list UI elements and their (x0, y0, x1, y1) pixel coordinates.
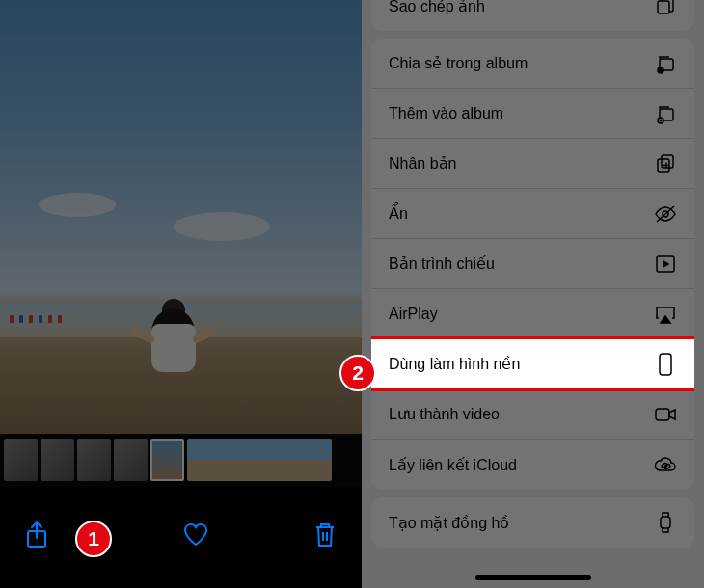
menu-item-create-watch-face[interactable]: Tạo mặt đồng hồ (371, 497, 694, 548)
slideshow-icon (654, 253, 677, 276)
menu-item-save-video[interactable]: Lưu thành video (371, 389, 694, 440)
menu-item-duplicate[interactable]: Nhân bản (371, 139, 694, 189)
share-sheet-panel: Sao chép ảnh Chia sẻ trong album Thêm và… (362, 0, 704, 588)
main-photo[interactable] (0, 0, 362, 434)
menu-item-copy-photo[interactable]: Sao chép ảnh (371, 0, 694, 31)
menu-item-label: Lấy liên kết iCloud (389, 456, 517, 474)
thumbnail[interactable] (77, 439, 111, 481)
menu-group: Chia sẻ trong album Thêm vào album Nhân … (371, 39, 694, 490)
menu-group: Tạo mặt đồng hồ (371, 497, 694, 548)
menu-item-label: Thêm vào album (389, 105, 503, 122)
menu-item-label: Sao chép ảnh (389, 0, 485, 15)
thumbnail[interactable] (114, 439, 148, 481)
menu-item-add-album[interactable]: Thêm vào album (371, 89, 694, 139)
album-add-icon (654, 102, 677, 125)
video-icon (654, 403, 677, 426)
menu-item-airplay[interactable]: AirPlay (371, 289, 694, 339)
menu-item-use-as-wallpaper[interactable]: Dùng làm hình nền (371, 339, 694, 389)
airplay-icon (654, 303, 677, 326)
watch-icon (654, 511, 677, 534)
share-icon[interactable] (23, 521, 50, 548)
menu-item-slideshow[interactable]: Bản trình chiếu (371, 239, 694, 289)
svg-rect-12 (660, 354, 671, 375)
menu-item-label: Tạo mặt đồng hồ (389, 514, 509, 532)
svg-line-10 (657, 206, 674, 222)
menu-item-icloud-link[interactable]: Lấy liên kết iCloud (371, 440, 694, 490)
wallpaper-icon (654, 353, 677, 376)
thumbnail-pano[interactable] (187, 439, 332, 481)
album-share-icon (654, 52, 677, 75)
menu-group: Sao chép ảnh (371, 0, 694, 31)
hide-icon (654, 202, 677, 226)
menu-item-label: Nhân bản (389, 154, 457, 173)
svg-rect-1 (658, 1, 669, 13)
menu-item-label: Bản trình chiếu (389, 254, 495, 273)
menu-item-label: Ẩn (389, 204, 408, 223)
annotation-badge-2: 2 (339, 355, 376, 391)
bottom-toolbar (0, 487, 362, 583)
svg-rect-16 (661, 517, 670, 528)
trash-icon[interactable] (311, 521, 338, 548)
thumbnail-strip[interactable] (0, 434, 362, 487)
duplicate-icon (654, 152, 677, 175)
photo-viewer-panel (0, 0, 362, 588)
heart-icon[interactable] (182, 521, 209, 548)
menu-item-label: Lưu thành video (389, 405, 500, 423)
svg-rect-13 (656, 409, 669, 420)
thumbnail[interactable] (41, 439, 74, 481)
icloud-icon (654, 453, 677, 476)
menu-item-share-album[interactable]: Chia sẻ trong album (371, 39, 694, 89)
copy-icon (654, 0, 677, 17)
home-indicator[interactable] (475, 575, 591, 580)
menu-item-label: Dùng làm hình nền (389, 355, 520, 373)
menu-item-hide[interactable]: Ẩn (371, 189, 694, 239)
thumbnail[interactable] (4, 439, 38, 481)
menu-item-label: AirPlay (389, 306, 438, 323)
annotation-badge-1: 1 (75, 521, 112, 557)
menu-item-label: Chia sẻ trong album (389, 54, 528, 72)
thumbnail-active[interactable] (150, 439, 184, 481)
